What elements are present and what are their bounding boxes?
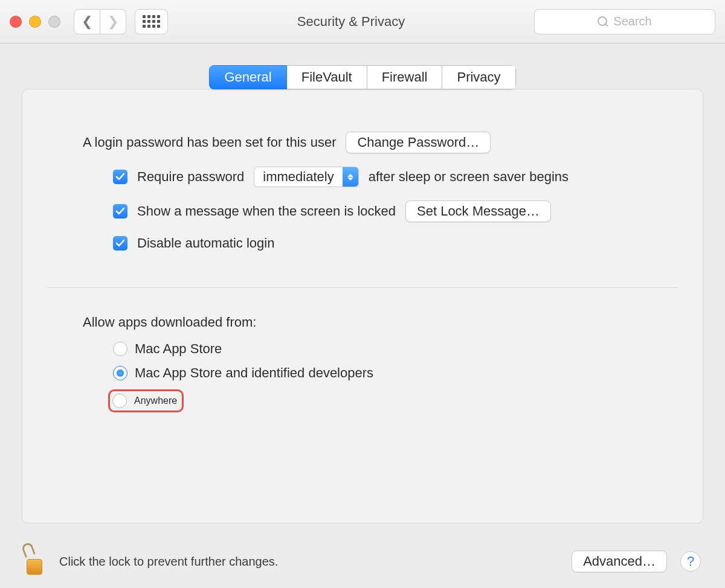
require-password-suffix: after sleep or screen saver begins [369,169,569,185]
grid-icon [143,15,160,28]
select-value: immediately [254,167,342,187]
show-lock-message-label: Show a message when the screen is locked [137,203,396,219]
set-lock-message-button[interactable]: Set Lock Message… [405,200,551,222]
forward-button[interactable]: ❯ [100,9,126,34]
radio-identified-developers-label: Mac App Store and identified developers [135,365,373,381]
allow-apps-heading: Allow apps downloaded from: [83,315,256,330]
window-title: Security & Privacy [176,14,526,30]
radio-mac-app-store-label: Mac App Store [135,341,222,357]
search-icon [598,16,608,27]
lock-hint-text: Click the lock to prevent further change… [59,555,558,569]
help-button[interactable]: ? [680,551,701,572]
search-input[interactable]: Search [534,9,715,34]
check-icon [115,172,125,182]
radio-mac-app-store[interactable] [113,342,127,356]
radio-identified-developers[interactable] [113,366,127,380]
require-password-label: Require password [137,169,244,185]
show-all-button[interactable] [135,9,168,34]
footer: Click the lock to prevent further change… [0,540,725,588]
lock-button[interactable] [24,548,46,575]
minimize-window-button[interactable] [29,16,41,28]
tab-general[interactable]: General [209,65,286,89]
updown-icon [343,167,358,187]
anywhere-highlight: Anywhere [108,389,184,412]
check-icon [115,206,125,216]
lock-open-icon [21,542,35,558]
lock-body-icon [27,559,42,575]
window-controls [10,16,60,28]
advanced-button[interactable]: Advanced… [572,551,667,572]
zoom-window-button[interactable] [48,16,60,28]
disable-auto-login-checkbox[interactable] [113,236,127,251]
check-icon [115,238,125,248]
general-panel: A login password has been set for this u… [22,89,703,523]
tab-filevault[interactable]: FileVault [287,65,367,89]
require-password-delay-select[interactable]: immediately [254,167,358,187]
close-window-button[interactable] [10,16,22,28]
section-divider [47,287,678,288]
chevron-right-icon: ❯ [108,14,118,30]
radio-anywhere[interactable] [112,394,127,408]
disable-auto-login-label: Disable automatic login [137,235,274,251]
chevron-left-icon: ❮ [82,14,92,30]
nav-back-forward: ❮ ❯ [74,9,126,34]
tab-bar: General FileVault Firewall Privacy [22,65,703,89]
change-password-button[interactable]: Change Password… [346,132,491,153]
tab-privacy[interactable]: Privacy [442,65,515,89]
radio-anywhere-label: Anywhere [134,395,177,406]
show-lock-message-checkbox[interactable] [113,204,127,219]
tab-firewall[interactable]: Firewall [367,65,443,89]
back-button[interactable]: ❮ [74,9,100,34]
login-password-text: A login password has been set for this u… [83,135,336,150]
require-password-checkbox[interactable] [113,170,127,184]
window-titlebar: ❮ ❯ Security & Privacy Search [0,0,725,43]
search-placeholder: Search [613,14,651,28]
